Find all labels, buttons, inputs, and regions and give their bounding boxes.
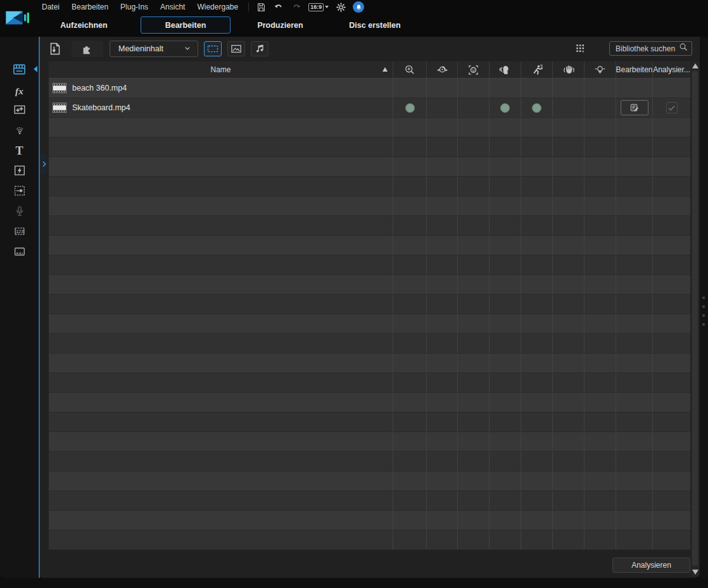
empty-table-row[interactable] xyxy=(49,137,690,157)
empty-cell xyxy=(616,354,652,373)
tab-produzieren[interactable]: Produzieren xyxy=(241,14,320,37)
search-input[interactable] xyxy=(614,44,678,54)
vertical-scrollbar[interactable] xyxy=(691,61,699,577)
empty-table-row[interactable] xyxy=(49,255,690,275)
empty-table-row[interactable] xyxy=(49,157,690,177)
plugin-button[interactable] xyxy=(72,41,103,57)
column-header-shake-analysis[interactable] xyxy=(552,61,584,78)
tab-bearbeiten[interactable]: Bearbeiten xyxy=(141,16,231,34)
empty-table-row[interactable] xyxy=(49,354,690,373)
photos-view-toggle[interactable] xyxy=(227,41,245,56)
redo-button xyxy=(291,1,302,13)
sidebar-item-chapter-room[interactable]: 123 xyxy=(11,223,28,240)
empty-cell xyxy=(521,255,552,274)
empty-cell xyxy=(584,118,616,137)
sidebar-item-title-room[interactable]: T xyxy=(11,143,28,159)
sidebar-item-particle-room[interactable] xyxy=(11,122,28,139)
column-header-bearbeiten[interactable]: Bearbeiten xyxy=(616,61,652,78)
empty-table-row[interactable] xyxy=(49,216,690,236)
notification-bell-button[interactable] xyxy=(353,1,364,13)
sidebar-item-overlay-room[interactable] xyxy=(11,101,28,118)
column-header-zoom-analysis[interactable] xyxy=(393,61,426,78)
empty-name-cell xyxy=(49,275,393,294)
empty-table-row[interactable] xyxy=(49,236,690,255)
sidebar-expand-button[interactable] xyxy=(40,155,47,174)
menu-wiedergabe[interactable]: Wiedergabe xyxy=(197,3,238,11)
menu-bearbeiten[interactable]: Bearbeiten xyxy=(72,3,108,11)
empty-cell xyxy=(426,412,457,431)
column-header-speech-analysis[interactable] xyxy=(489,61,521,78)
empty-cell xyxy=(652,452,690,471)
empty-name-cell xyxy=(49,491,393,510)
empty-table-row[interactable] xyxy=(49,196,690,216)
empty-table-row[interactable] xyxy=(49,314,690,334)
empty-cell xyxy=(552,412,584,431)
save-button[interactable] xyxy=(255,1,267,13)
aspect-ratio-dropdown[interactable]: 16:9 xyxy=(308,3,329,11)
active-room-marker xyxy=(34,66,37,72)
column-header-lighting-analysis[interactable] xyxy=(584,61,616,78)
sidebar-item-voiceover-room[interactable] xyxy=(11,203,28,219)
empty-cell xyxy=(552,491,584,510)
empty-table-row[interactable] xyxy=(49,295,690,314)
empty-cell xyxy=(616,177,652,196)
sidebar-item-effect-room[interactable]: fx xyxy=(11,83,28,99)
import-media-button[interactable] xyxy=(45,41,65,57)
panel-splitter[interactable] xyxy=(700,37,708,578)
empty-table-row[interactable] xyxy=(49,275,690,295)
empty-table-row[interactable] xyxy=(49,412,690,432)
sidebar-item-subtitle-room[interactable] xyxy=(11,243,28,260)
edit-metadata-button[interactable] xyxy=(621,100,648,115)
sidebar-item-audio-mixing-room[interactable] xyxy=(11,182,28,199)
empty-cell xyxy=(552,471,584,490)
empty-table-row[interactable] xyxy=(49,118,690,137)
analyze-button[interactable]: Analysieren xyxy=(612,558,690,573)
empty-cell xyxy=(426,255,457,274)
sort-ascending-icon xyxy=(382,67,388,72)
menu-datei[interactable]: Datei xyxy=(42,3,60,11)
scroll-down-button[interactable] xyxy=(691,568,699,577)
empty-cell xyxy=(393,530,426,549)
empty-table-row[interactable] xyxy=(49,471,690,491)
empty-table-row[interactable] xyxy=(49,177,690,196)
empty-table-row[interactable] xyxy=(49,373,690,393)
column-header-motion-analysis[interactable] xyxy=(521,61,552,78)
menu-ansicht[interactable]: Ansicht xyxy=(160,3,185,11)
empty-cell xyxy=(652,511,690,530)
column-header-name[interactable]: Name xyxy=(49,61,393,78)
column-header-rotation-360-analysis[interactable] xyxy=(426,61,457,78)
table-row[interactable]: Skateboard.mp4 xyxy=(49,98,690,118)
undo-button[interactable] xyxy=(273,1,284,13)
empty-table-row[interactable] xyxy=(49,511,690,530)
empty-cell xyxy=(457,118,489,137)
scroll-up-button[interactable] xyxy=(691,61,699,70)
empty-cell xyxy=(489,373,521,392)
video-clips-view-toggle[interactable] xyxy=(204,41,222,56)
settings-gear-button[interactable] xyxy=(335,1,346,13)
empty-cell xyxy=(652,118,690,137)
empty-table-row[interactable] xyxy=(49,432,690,452)
empty-cell xyxy=(521,177,552,196)
media-type-dropdown[interactable]: Medieninhalt xyxy=(110,41,198,57)
empty-cell xyxy=(652,137,690,157)
scrollbar-thumb[interactable] xyxy=(692,71,698,566)
tab-aufzeichnen[interactable]: Aufzeichnen xyxy=(47,14,120,37)
tab-disc-erstellen[interactable]: Disc erstellen xyxy=(328,14,422,37)
empty-table-row[interactable] xyxy=(49,393,690,412)
empty-table-row[interactable] xyxy=(49,334,690,354)
table-row[interactable]: beach 360.mp4 xyxy=(49,79,690,98)
sidebar-item-media-room[interactable] xyxy=(11,61,28,77)
sidebar-item-transition-room[interactable] xyxy=(11,162,28,179)
empty-table-row[interactable] xyxy=(49,491,690,511)
empty-table-row[interactable] xyxy=(49,530,690,550)
analyzed-checkbox[interactable] xyxy=(666,102,678,113)
column-header-analysier---[interactable]: Analysier... xyxy=(652,61,690,78)
analyzed-cell xyxy=(652,79,690,98)
empty-table-row[interactable] xyxy=(49,452,690,471)
empty-cell xyxy=(652,295,690,314)
column-header-face-detection-analysis[interactable] xyxy=(457,61,489,78)
library-menu-button[interactable] xyxy=(573,42,588,56)
music-view-toggle[interactable] xyxy=(251,41,269,56)
empty-cell xyxy=(457,491,489,510)
menu-plugins[interactable]: Plug-Ins xyxy=(120,3,148,11)
